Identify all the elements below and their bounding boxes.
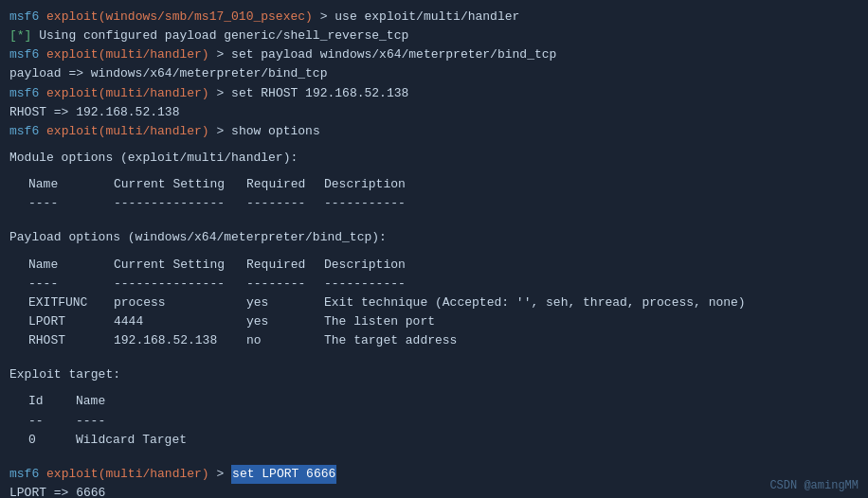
- terminal: msf6 exploit(windows/smb/ms17_010_psexec…: [0, 0, 868, 498]
- exitfunc-name: EXITFUNC: [28, 293, 114, 312]
- table-row-exitfunc: EXITFUNC process yes Exit technique (Acc…: [9, 293, 859, 312]
- col-desc-underline: -----------: [324, 194, 406, 213]
- et-id-val: 0: [28, 431, 76, 450]
- watermark: CSDN @amingMM: [769, 479, 859, 492]
- et-id-header: Id: [28, 392, 76, 411]
- exploit-target-row: 0 Wildcard Target: [9, 431, 859, 450]
- spacer: [9, 457, 859, 465]
- exitfunc-desc: Exit technique (Accepted: '', seh, threa…: [324, 293, 746, 312]
- rhost-name: RHOST: [28, 331, 114, 350]
- module-table-underline: ---- --------------- -------- ----------…: [9, 194, 859, 213]
- prompt-user: msf6: [9, 465, 39, 484]
- payload-col-setting-header: Current Setting: [114, 256, 246, 275]
- line-4: payload => windows/x64/meterpreter/bind_…: [9, 64, 859, 83]
- table-row-rhost: RHOST 192.168.52.138 no The target addre…: [9, 331, 859, 350]
- col-setting-header: Current Setting: [114, 175, 246, 194]
- col-name-header: Name: [28, 175, 114, 194]
- col-desc-header: Description: [324, 175, 406, 194]
- lport-setting: 4444: [114, 312, 246, 331]
- line-6: RHOST => 192.168.52.138: [9, 103, 859, 122]
- rhost-setting: 192.168.52.138: [114, 331, 246, 350]
- prompt-path: exploit(multi/handler): [46, 84, 209, 103]
- spacer: [9, 450, 859, 457]
- payload-col-required-ul: --------: [246, 275, 324, 293]
- payload-col-desc-header: Description: [324, 256, 406, 275]
- lport-name: LPORT: [28, 312, 114, 331]
- spacer: [9, 384, 859, 392]
- spacer: [9, 141, 859, 149]
- spacer: [9, 248, 859, 256]
- module-table-header: Name Current Setting Required Descriptio…: [9, 175, 859, 194]
- col-required-header: Required: [246, 175, 324, 194]
- col-required-underline: --------: [246, 194, 324, 213]
- et-id-ul: --: [28, 412, 76, 431]
- prompt-path: exploit(windows/smb/ms17_010_psexec): [46, 8, 313, 27]
- rhost-required: no: [246, 331, 324, 350]
- payload-table-underline: ---- --------------- -------- ----------…: [9, 275, 859, 293]
- info-star: [*]: [9, 27, 31, 45]
- line-set-lport: msf6 exploit(multi/handler) > set LPORT …: [9, 465, 859, 484]
- line-5: msf6 exploit(multi/handler) > set RHOST …: [9, 84, 859, 103]
- prompt-user: msf6: [9, 8, 39, 27]
- col-setting-underline: ---------------: [114, 194, 246, 213]
- line-1: msf6 exploit(windows/smb/ms17_010_psexec…: [9, 8, 859, 27]
- module-options-header: Module options (exploit/multi/handler):: [9, 149, 859, 168]
- table-row-lport: LPORT 4444 yes The listen port: [9, 312, 859, 331]
- payload-table-header: Name Current Setting Required Descriptio…: [9, 256, 859, 275]
- prompt-user: msf6: [9, 45, 39, 64]
- spacer: [9, 350, 859, 358]
- prompt-user: msf6: [9, 122, 39, 141]
- line-2: [*] Using configured payload generic/she…: [9, 27, 859, 45]
- lport-desc: The listen port: [324, 312, 435, 331]
- prompt-path: exploit(multi/handler): [46, 45, 209, 64]
- exploit-target-header: Exploit target:: [9, 365, 859, 384]
- highlighted-command: set LPORT 6666: [231, 465, 336, 484]
- prompt-path: exploit(multi/handler): [46, 465, 209, 484]
- spacer: [9, 168, 859, 175]
- payload-col-desc-ul: -----------: [324, 275, 406, 293]
- line-7: msf6 exploit(multi/handler) > show optio…: [9, 122, 859, 141]
- payload-col-required-header: Required: [246, 256, 324, 275]
- payload-col-setting-ul: ---------------: [114, 275, 246, 293]
- line-3: msf6 exploit(multi/handler) > set payloa…: [9, 45, 859, 64]
- prompt-user: msf6: [9, 84, 39, 103]
- spacer: [9, 358, 859, 365]
- et-name-val: Wildcard Target: [76, 431, 187, 450]
- lport-required: yes: [246, 312, 324, 331]
- line-lport-result: LPORT => 6666: [9, 484, 859, 498]
- spacer: [9, 221, 859, 228]
- et-name-ul: ----: [76, 412, 105, 431]
- prompt-path: exploit(multi/handler): [46, 122, 209, 141]
- payload-options-header: Payload options (windows/x64/meterpreter…: [9, 228, 859, 247]
- exitfunc-required: yes: [246, 293, 324, 312]
- exploit-target-table-header: Id Name: [9, 392, 859, 411]
- rhost-desc: The target address: [324, 331, 457, 350]
- col-name-underline: ----: [28, 194, 114, 213]
- payload-col-name-ul: ----: [28, 275, 114, 293]
- spacer: [9, 213, 859, 221]
- exitfunc-setting: process: [114, 293, 246, 312]
- exploit-target-table-underline: -- ----: [9, 412, 859, 431]
- payload-col-name-header: Name: [28, 256, 114, 275]
- et-name-header: Name: [76, 392, 105, 411]
